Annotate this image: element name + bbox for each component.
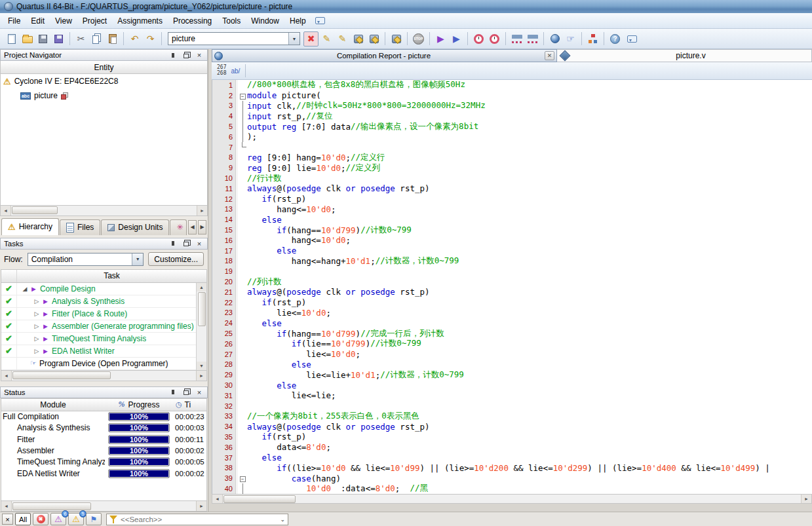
- fold-margin[interactable]: −−: [238, 80, 247, 494]
- fold-marker[interactable]: −: [238, 90, 247, 101]
- compile-design-icon[interactable]: ✖: [303, 31, 319, 47]
- menu-assignments[interactable]: Assignments: [112, 14, 168, 28]
- fold-marker[interactable]: −: [238, 473, 247, 483]
- task-row[interactable]: ✔▷►TimeQuest Timing Analysis: [1, 333, 196, 345]
- menu-file[interactable]: File: [3, 14, 26, 28]
- message-search-box[interactable]: ⌄: [106, 514, 288, 525]
- menu-edit[interactable]: Edit: [26, 14, 50, 28]
- status-hscrollbar[interactable]: ◄ ►: [1, 501, 207, 512]
- pin-icon[interactable]: [168, 51, 178, 60]
- search-input[interactable]: [121, 516, 277, 523]
- paste-icon[interactable]: [105, 31, 120, 47]
- scroll-right-icon[interactable]: ►: [196, 371, 206, 381]
- expander-icon[interactable]: ▷: [33, 335, 41, 342]
- code-editor[interactable]: 1234567891011121314151617181920212223242…: [212, 80, 812, 494]
- netlist-viewer-icon[interactable]: [509, 31, 524, 47]
- undo-icon[interactable]: ↶: [127, 31, 142, 47]
- editor-hscrollbar[interactable]: ◄ ►: [212, 494, 812, 504]
- programmer-icon[interactable]: [547, 31, 562, 47]
- close-icon[interactable]: ×: [195, 239, 204, 248]
- rtl-viewer-icon[interactable]: [525, 31, 540, 47]
- navigator-hscrollbar[interactable]: ◄ ►: [0, 206, 208, 216]
- scroll-thumb[interactable]: [12, 206, 58, 214]
- cut-icon[interactable]: ✂: [73, 31, 88, 47]
- chevron-down-icon[interactable]: ⌄: [280, 516, 285, 523]
- feedback-bubble-icon[interactable]: [315, 17, 325, 24]
- chevron-down-icon[interactable]: ▼: [288, 33, 300, 45]
- copy-icon[interactable]: [89, 31, 104, 47]
- start-analysis-icon[interactable]: ▶: [449, 31, 464, 47]
- expander-icon[interactable]: ▷: [33, 348, 41, 354]
- save-all-icon[interactable]: [51, 31, 66, 47]
- status-column-header[interactable]: Module % Progress ◷ Ti: [1, 399, 206, 411]
- compilation-report-window-title[interactable]: Compilation Report - picture ✕: [212, 49, 557, 62]
- menu-processing[interactable]: Processing: [168, 14, 217, 28]
- scroll-thumb[interactable]: [223, 495, 296, 503]
- expander-icon[interactable]: ▷: [33, 310, 41, 317]
- float-window-icon[interactable]: [182, 51, 191, 60]
- new-file-icon[interactable]: [4, 31, 19, 47]
- scroll-thumb[interactable]: [12, 502, 91, 510]
- tab-more[interactable]: ✳: [170, 219, 187, 235]
- tab-files[interactable]: Files: [60, 219, 100, 235]
- task-row[interactable]: ✔▷►Analysis & Synthesis: [1, 295, 196, 308]
- save-icon[interactable]: [35, 31, 50, 47]
- scroll-up-icon[interactable]: ▲: [197, 283, 206, 291]
- menu-project[interactable]: Project: [77, 14, 112, 28]
- file-window-title[interactable]: picture.v: [557, 49, 812, 62]
- tasks-hscrollbar[interactable]: ◄ ►: [1, 371, 207, 381]
- scroll-left-icon[interactable]: ◄: [1, 371, 12, 381]
- scroll-left-icon[interactable]: ◄: [212, 495, 223, 503]
- title-bar[interactable]: Quartus II 64-Bit - F:/QUARTUS_program/p…: [0, 0, 812, 13]
- filter-critical-warnings-button[interactable]: ⚠ 6: [50, 513, 66, 525]
- tasks-column-header[interactable]: Task: [1, 270, 206, 283]
- expander-icon[interactable]: ▷: [33, 323, 41, 329]
- tab-scroll-left-icon[interactable]: ◀: [188, 220, 197, 235]
- assignment-editor-icon[interactable]: ✎: [335, 31, 350, 47]
- scroll-left-icon[interactable]: ◄: [1, 206, 11, 216]
- pin-icon[interactable]: [168, 239, 178, 248]
- tab-scroll-right-icon[interactable]: ▶: [198, 220, 206, 235]
- float-window-icon[interactable]: [182, 239, 191, 248]
- project-combo[interactable]: picture ▼: [168, 32, 300, 45]
- timequest-report-icon[interactable]: [487, 31, 502, 47]
- chip-planner-icon[interactable]: ☞: [563, 31, 578, 47]
- close-icon[interactable]: ✕: [545, 51, 554, 60]
- scroll-right-icon[interactable]: ►: [196, 501, 206, 511]
- filter-info-button[interactable]: ⚑: [86, 513, 102, 525]
- task-row[interactable]: ✔▷►Fitter (Place & Route): [1, 308, 196, 320]
- flow-combo[interactable]: Compilation ▼: [28, 253, 144, 266]
- device-tree-item[interactable]: ⚠ Cyclone IV E: EP4CE6E22C8: [1, 74, 207, 88]
- stop-icon[interactable]: STOP: [411, 31, 426, 47]
- scroll-thumb[interactable]: [12, 371, 111, 379]
- tab-design-units[interactable]: Design Units: [101, 219, 169, 235]
- menu-help[interactable]: Help: [284, 14, 311, 28]
- expander-icon[interactable]: ◢: [21, 286, 29, 292]
- chevron-down-icon[interactable]: ▼: [132, 254, 143, 265]
- tasks-vscrollbar[interactable]: ▲ ▼: [196, 283, 206, 370]
- entity-column-header[interactable]: Entity: [0, 61, 208, 74]
- close-icon[interactable]: ×: [195, 388, 204, 396]
- close-icon[interactable]: ×: [2, 514, 13, 525]
- customize-button[interactable]: Customize...: [148, 252, 204, 266]
- show-whitespace-icon[interactable]: ab/: [229, 67, 242, 75]
- redo-icon[interactable]: ↷: [143, 31, 158, 47]
- tab-hierarchy[interactable]: ⚠Hierarchy: [1, 218, 59, 235]
- pin-planner-icon[interactable]: ✎: [319, 31, 334, 47]
- expander-icon[interactable]: ▷: [33, 298, 41, 305]
- task-row[interactable]: ☞Program Device (Open Programmer): [1, 358, 196, 370]
- task-row[interactable]: ✔▷►Assembler (Generate programming files…: [1, 320, 196, 333]
- scroll-left-icon[interactable]: ◄: [1, 501, 12, 511]
- task-row[interactable]: ✔▷►EDA Netlist Writer: [1, 345, 196, 358]
- menu-view[interactable]: View: [50, 14, 77, 28]
- filter-warnings-button[interactable]: ⚠ 5: [68, 513, 84, 525]
- start-compilation-icon[interactable]: ▶: [433, 31, 448, 47]
- open-folder-icon[interactable]: [20, 31, 35, 47]
- design-hierarchy-icon[interactable]: [585, 31, 600, 47]
- task-row[interactable]: ✔◢►Compile Design: [1, 283, 196, 295]
- code-text-area[interactable]: //800*800棋盘格，包含8x8的黑白棋盘格，图像帧频50Hzmodule …: [247, 80, 812, 494]
- entity-tree-item[interactable]: abc picture: [1, 88, 207, 103]
- settings-stamp-icon[interactable]: [351, 31, 366, 47]
- help-icon[interactable]: ?: [608, 31, 623, 47]
- filter-errors-button[interactable]: ✖: [33, 513, 48, 525]
